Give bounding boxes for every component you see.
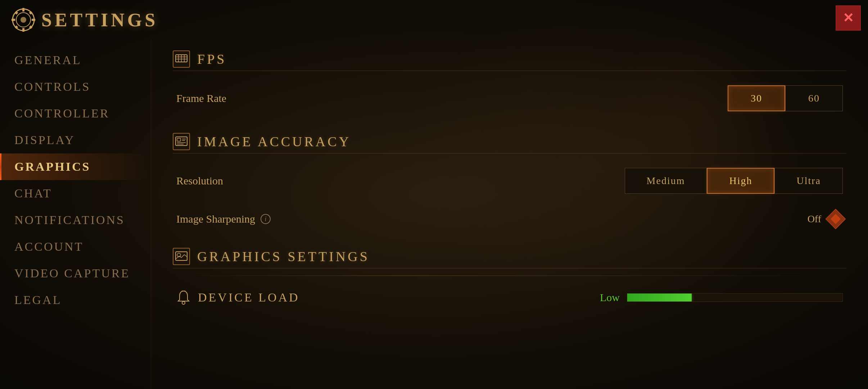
resolution-row: Resolution Medium High Ultra	[173, 161, 846, 201]
svg-rect-18	[177, 138, 181, 141]
image-accuracy-icon	[173, 133, 190, 150]
off-toggle: Off	[808, 212, 843, 226]
graphics-divider	[173, 276, 846, 276]
off-label: Off	[808, 213, 821, 225]
close-button[interactable]: ✕	[836, 5, 861, 31]
sidebar: GENERAL CONTROLS CONTROLLER DISPLAY GRAP…	[0, 40, 151, 389]
sidebar-item-general[interactable]: GENERAL	[0, 47, 151, 73]
sidebar-item-display[interactable]: DISPLAY	[0, 127, 151, 153]
load-bar-fill	[627, 294, 692, 301]
device-load-title: DEVICE LOAD	[198, 291, 300, 304]
frame-rate-row: Frame Rate 30 60	[173, 78, 846, 119]
fps-section-header: FPS	[173, 50, 846, 71]
fps-section: FPS Frame Rate 30 60	[173, 50, 846, 119]
content-area: GENERAL CONTROLS CONTROLLER DISPLAY GRAP…	[0, 40, 868, 389]
frame-rate-controls: 30 60	[728, 85, 843, 111]
diamond-inner	[831, 214, 841, 224]
sidebar-item-account[interactable]: ACCOUNT	[0, 233, 151, 260]
load-level: Low	[600, 291, 620, 304]
image-sharpening-label: Image Sharpening i	[176, 213, 808, 225]
sidebar-item-controls[interactable]: CONTROLS	[0, 73, 151, 100]
svg-point-2	[21, 17, 26, 23]
svg-rect-4	[22, 28, 24, 32]
sidebar-item-controller[interactable]: CONTROLLER	[0, 100, 151, 127]
resolution-ultra-button[interactable]: Ultra	[774, 168, 843, 194]
svg-rect-7	[15, 11, 18, 15]
main-content: FPS Frame Rate 30 60	[151, 40, 868, 389]
svg-rect-6	[32, 19, 35, 21]
sidebar-item-video-capture[interactable]: VIDEO CAPTURE	[0, 260, 151, 287]
image-sharpening-row: Image Sharpening i Off	[173, 205, 846, 233]
sidebar-item-graphics[interactable]: GRAPHICS	[0, 153, 151, 180]
image-accuracy-title: IMAGE ACCURACY	[197, 134, 351, 149]
resolution-high-button[interactable]: High	[707, 168, 774, 194]
load-bar-container	[627, 293, 843, 302]
sidebar-item-chat[interactable]: CHAT	[0, 180, 151, 207]
resolution-medium-button[interactable]: Medium	[625, 168, 707, 194]
graphics-settings-icon	[173, 248, 190, 265]
svg-point-25	[182, 301, 185, 304]
sidebar-item-legal[interactable]: LEGAL	[0, 287, 151, 313]
graphics-settings-section: GRAPHICS SETTINGS DEVICE LOAD	[173, 248, 846, 312]
image-sharpening-controls: Off	[808, 212, 843, 226]
resolution-controls: Medium High Ultra	[625, 168, 843, 194]
settings-icon	[11, 7, 36, 32]
fps-section-title: FPS	[197, 51, 226, 67]
image-accuracy-header: IMAGE ACCURACY	[173, 133, 846, 153]
fps-icon	[173, 50, 190, 68]
svg-rect-3	[22, 8, 24, 12]
settings-panel: SETTINGS ✕ GENERAL CONTROLS CONTROLLER D…	[0, 0, 868, 389]
frame-rate-label: Frame Rate	[176, 92, 728, 104]
frame-rate-30-button[interactable]: 30	[728, 85, 785, 111]
device-load-row: DEVICE LOAD Low	[173, 283, 846, 312]
diamond-toggle-icon[interactable]	[826, 209, 846, 229]
page-title: SETTINGS	[41, 9, 158, 31]
header: SETTINGS ✕	[0, 0, 868, 40]
image-accuracy-section: IMAGE ACCURACY Resolution Medium High Ul…	[173, 133, 846, 233]
graphics-settings-title: GRAPHICS SETTINGS	[197, 249, 370, 264]
sidebar-item-notifications[interactable]: NOTIFICATIONS	[0, 207, 151, 233]
svg-rect-5	[12, 19, 15, 21]
device-load-label: DEVICE LOAD	[176, 290, 398, 305]
resolution-label: Resolution	[176, 175, 625, 187]
info-icon[interactable]: i	[261, 214, 271, 224]
bell-icon	[176, 290, 191, 305]
device-load-controls: Low	[398, 291, 843, 304]
graphics-settings-header: GRAPHICS SETTINGS	[173, 248, 846, 268]
frame-rate-60-button[interactable]: 60	[785, 85, 843, 111]
